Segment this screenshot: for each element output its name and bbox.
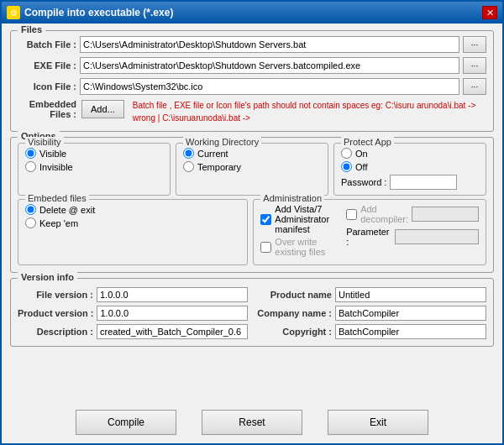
warning-area: Batch file , EXE file or Icon file's pat… bbox=[133, 99, 486, 124]
decompiler-input[interactable] bbox=[412, 207, 479, 222]
administration-title: Administration bbox=[260, 193, 324, 203]
batch-input[interactable] bbox=[80, 36, 459, 53]
protect-on-label: On bbox=[355, 149, 368, 159]
visibility-title: Visibility bbox=[25, 137, 64, 147]
product-version-input[interactable] bbox=[97, 306, 248, 321]
embedded-row: Embedded Files : Add... Batch file , EXE… bbox=[18, 99, 486, 124]
version-info-group: Version info File version : Product vers… bbox=[10, 278, 494, 347]
bottom-buttons: Compile Reset Exit bbox=[2, 403, 502, 443]
embedded-label: Embedded Files : bbox=[18, 99, 76, 119]
visibility-group: Visibility Visible Invisible bbox=[18, 143, 171, 196]
files-group: Files Batch File : ··· EXE File : ··· Ic… bbox=[10, 30, 494, 132]
decompiler-row: Add decompiler: bbox=[346, 204, 479, 224]
files-group-title: Files bbox=[18, 24, 45, 34]
protect-off-label: Off bbox=[355, 162, 367, 172]
parameter-label: Parameter : bbox=[346, 227, 391, 247]
options-group: Options Visibility Visible Invisible bbox=[10, 137, 494, 273]
version-grid: File version : Product version : Descrip… bbox=[18, 287, 486, 339]
protect-app-title: Protect App bbox=[341, 137, 394, 147]
embedded-left: Embedded Files : Add... bbox=[18, 99, 124, 119]
reset-button[interactable]: Reset bbox=[202, 410, 302, 435]
decompiler-label: Add decompiler: bbox=[360, 204, 408, 224]
protect-app-group: Protect App On Off Password : bbox=[333, 143, 486, 196]
titlebar-left: ⚙ Compile into executable (*.exe) bbox=[7, 6, 173, 19]
batch-browse-button[interactable]: ··· bbox=[463, 36, 486, 53]
embedded-files-title: Embeded files bbox=[25, 193, 89, 203]
current-label: Current bbox=[197, 149, 228, 159]
working-dir-title: Working Directory bbox=[183, 137, 261, 147]
working-dir-group: Working Directory Current Temporary bbox=[176, 143, 328, 196]
main-window: ⚙ Compile into executable (*.exe) ✕ File… bbox=[0, 0, 504, 445]
current-radio-row: Current bbox=[183, 148, 321, 159]
description-input[interactable] bbox=[97, 324, 248, 339]
exit-button[interactable]: Exit bbox=[328, 410, 428, 435]
exe-input[interactable] bbox=[80, 57, 459, 74]
visible-radio[interactable] bbox=[25, 148, 36, 159]
keep-em-row: Keep 'em bbox=[25, 217, 240, 228]
copyright-row: Copyright : bbox=[256, 324, 486, 339]
decompiler-checkbox[interactable] bbox=[346, 209, 357, 220]
administration-group: Administration Add Vista/7 Administrator… bbox=[253, 199, 486, 265]
titlebar: ⚙ Compile into executable (*.exe) ✕ bbox=[2, 2, 502, 24]
temporary-radio[interactable] bbox=[183, 161, 194, 172]
keep-em-label: Keep 'em bbox=[39, 218, 78, 228]
add-button[interactable]: Add... bbox=[81, 100, 124, 118]
password-label: Password : bbox=[341, 177, 386, 187]
embedded-files-group: Embeded files Delete @ exit Keep 'em bbox=[18, 199, 248, 265]
icon-input[interactable] bbox=[80, 78, 459, 95]
temporary-radio-row: Temporary bbox=[183, 161, 321, 172]
icon-file-row: Icon File : ··· bbox=[18, 78, 486, 95]
options-bottom-grid: Embeded files Delete @ exit Keep 'em Adm… bbox=[18, 199, 486, 265]
invisible-radio-row: Invisible bbox=[25, 161, 163, 172]
product-name-input[interactable] bbox=[335, 287, 486, 302]
compile-button[interactable]: Compile bbox=[76, 410, 176, 435]
product-name-row: Product name bbox=[256, 287, 486, 302]
company-name-label: Company name : bbox=[256, 308, 332, 318]
protect-on-row: On bbox=[341, 148, 479, 159]
vista-manifest-row: Add Vista/7 Administrator manifest bbox=[260, 204, 329, 234]
overwrite-row: Over write existing files bbox=[260, 237, 329, 257]
parameter-input[interactable] bbox=[395, 229, 479, 244]
file-version-row: File version : bbox=[18, 287, 248, 302]
exe-label: EXE File : bbox=[18, 60, 76, 71]
keep-em-radio[interactable] bbox=[25, 217, 36, 228]
protect-on-radio[interactable] bbox=[341, 148, 352, 159]
window-title: Compile into executable (*.exe) bbox=[24, 7, 173, 18]
batch-file-row: Batch File : ··· bbox=[18, 36, 486, 53]
parameter-row: Parameter : bbox=[346, 227, 479, 247]
version-info-title: Version info bbox=[18, 272, 77, 282]
password-row: Password : bbox=[341, 175, 479, 190]
copyright-input[interactable] bbox=[335, 324, 486, 339]
version-right: Product name Company name : Copyright : bbox=[256, 287, 486, 339]
file-version-input[interactable] bbox=[97, 287, 248, 302]
main-content: Files Batch File : ··· EXE File : ··· Ic… bbox=[2, 24, 502, 403]
product-name-label: Product name bbox=[256, 290, 332, 300]
current-radio[interactable] bbox=[183, 148, 194, 159]
temporary-label: Temporary bbox=[197, 162, 241, 172]
password-input[interactable] bbox=[390, 175, 457, 190]
icon-browse-button[interactable]: ··· bbox=[463, 78, 486, 95]
visible-label: Visible bbox=[39, 149, 66, 159]
company-name-input[interactable] bbox=[335, 306, 486, 321]
protect-off-radio[interactable] bbox=[341, 161, 352, 172]
overwrite-checkbox[interactable] bbox=[260, 242, 271, 253]
file-version-label: File version : bbox=[18, 290, 93, 300]
exe-browse-button[interactable]: ··· bbox=[463, 57, 486, 74]
description-row: Description : bbox=[18, 324, 248, 339]
visible-radio-row: Visible bbox=[25, 148, 163, 159]
warning-text: Batch file , EXE file or Icon file's pat… bbox=[133, 101, 476, 123]
delete-exit-row: Delete @ exit bbox=[25, 204, 240, 215]
protect-off-row: Off bbox=[341, 161, 479, 172]
company-name-row: Company name : bbox=[256, 306, 486, 321]
invisible-radio[interactable] bbox=[25, 161, 36, 172]
exe-file-row: EXE File : ··· bbox=[18, 57, 486, 74]
delete-exit-radio[interactable] bbox=[25, 204, 36, 215]
options-top-grid: Visibility Visible Invisible Working Dir… bbox=[18, 143, 486, 196]
overwrite-label: Over write existing files bbox=[275, 237, 329, 257]
vista-manifest-checkbox[interactable] bbox=[260, 214, 271, 225]
product-version-label: Product version : bbox=[18, 308, 93, 318]
close-button[interactable]: ✕ bbox=[482, 6, 497, 19]
delete-exit-label: Delete @ exit bbox=[39, 205, 95, 215]
version-left: File version : Product version : Descrip… bbox=[18, 287, 248, 339]
app-icon: ⚙ bbox=[7, 6, 20, 19]
